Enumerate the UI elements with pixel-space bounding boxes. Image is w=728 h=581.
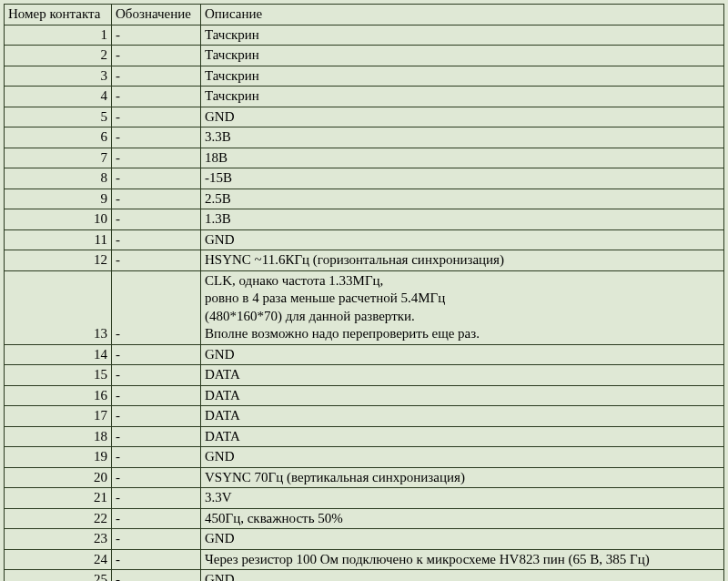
cell-description: 450Гц, скважность 50% bbox=[201, 508, 724, 529]
table-row: 24-Через резистор 100 Ом подключено к ми… bbox=[5, 549, 724, 570]
cell-contact-number: 1 bbox=[5, 25, 112, 46]
cell-description: Через резистор 100 Ом подключено к микро… bbox=[201, 549, 724, 570]
cell-description: GND bbox=[201, 529, 724, 550]
pinout-table: Номер контакта Обозначение Описание 1-Та… bbox=[4, 4, 724, 581]
table-row: 15-DATA bbox=[5, 365, 724, 386]
cell-designation: - bbox=[112, 270, 201, 344]
table-row: 6-3.3В bbox=[5, 127, 724, 148]
cell-description: 2.5В bbox=[201, 189, 724, 209]
cell-description: Тачскрин bbox=[201, 87, 724, 107]
table-row: 21-3.3V bbox=[5, 488, 724, 509]
cell-contact-number: 6 bbox=[5, 127, 112, 148]
cell-designation: - bbox=[112, 229, 201, 250]
cell-contact-number: 17 bbox=[5, 406, 112, 427]
cell-description: 3.3V bbox=[201, 488, 724, 509]
table-row: 18-DATA bbox=[5, 426, 724, 447]
cell-contact-number: 10 bbox=[5, 209, 112, 230]
cell-designation: - bbox=[112, 25, 201, 46]
cell-designation: - bbox=[112, 549, 201, 570]
cell-designation: - bbox=[112, 467, 201, 488]
table-row: 16-DATA bbox=[5, 385, 724, 406]
cell-description: DATA bbox=[201, 426, 724, 447]
cell-contact-number: 24 bbox=[5, 549, 112, 570]
table-row: 13-CLK, однако частота 1.33МГц, ровно в … bbox=[5, 270, 724, 344]
cell-designation: - bbox=[112, 426, 201, 447]
cell-contact-number: 21 bbox=[5, 488, 112, 509]
table-body: 1-Тачскрин2-Тачскрин3-Тачскрин4-Тачскрин… bbox=[5, 25, 724, 581]
cell-description: DATA bbox=[201, 406, 724, 427]
cell-contact-number: 25 bbox=[5, 570, 112, 582]
cell-description: GND bbox=[201, 229, 724, 250]
table-row: 23-GND bbox=[5, 529, 724, 550]
table-row: 3-Тачскрин bbox=[5, 66, 724, 87]
cell-description: GND bbox=[201, 344, 724, 365]
cell-designation: - bbox=[112, 168, 201, 189]
header-contact-number: Номер контакта bbox=[5, 5, 112, 25]
cell-description: 3.3В bbox=[201, 127, 724, 148]
table-row: 22-450Гц, скважность 50% bbox=[5, 508, 724, 529]
cell-contact-number: 11 bbox=[5, 229, 112, 250]
table-header-row: Номер контакта Обозначение Описание bbox=[5, 5, 724, 25]
table-row: 25-GND bbox=[5, 570, 724, 582]
cell-designation: - bbox=[112, 447, 201, 468]
cell-designation: - bbox=[112, 189, 201, 209]
cell-contact-number: 23 bbox=[5, 529, 112, 550]
cell-description: VSYNC 70Гц (вертикальная синхронизация) bbox=[201, 467, 724, 488]
table-row: 20-VSYNC 70Гц (вертикальная синхронизаци… bbox=[5, 467, 724, 488]
cell-description: GND bbox=[201, 107, 724, 127]
cell-contact-number: 16 bbox=[5, 385, 112, 406]
cell-contact-number: 8 bbox=[5, 168, 112, 189]
cell-contact-number: 2 bbox=[5, 46, 112, 66]
cell-contact-number: 7 bbox=[5, 148, 112, 168]
cell-contact-number: 13 bbox=[5, 270, 112, 344]
table-row: 17-DATA bbox=[5, 406, 724, 427]
cell-contact-number: 18 bbox=[5, 426, 112, 447]
cell-description: GND bbox=[201, 447, 724, 468]
cell-designation: - bbox=[112, 344, 201, 365]
cell-contact-number: 15 bbox=[5, 365, 112, 386]
cell-description: Тачскрин bbox=[201, 46, 724, 66]
cell-designation: - bbox=[112, 148, 201, 168]
table-row: 1-Тачскрин bbox=[5, 25, 724, 46]
table-row: 10-1.3В bbox=[5, 209, 724, 230]
cell-contact-number: 9 bbox=[5, 189, 112, 209]
table-row: 19-GND bbox=[5, 447, 724, 468]
cell-contact-number: 22 bbox=[5, 508, 112, 529]
cell-designation: - bbox=[112, 107, 201, 127]
cell-description: CLK, однако частота 1.33МГц, ровно в 4 р… bbox=[201, 270, 724, 344]
cell-contact-number: 5 bbox=[5, 107, 112, 127]
cell-description: Тачскрин bbox=[201, 25, 724, 46]
table-row: 12-HSYNC ~11.6КГц (горизонтальная синхро… bbox=[5, 250, 724, 271]
cell-designation: - bbox=[112, 209, 201, 230]
table-row: 8--15В bbox=[5, 168, 724, 189]
table-row: 7-18В bbox=[5, 148, 724, 168]
cell-designation: - bbox=[112, 406, 201, 427]
cell-designation: - bbox=[112, 488, 201, 509]
header-designation: Обозначение bbox=[112, 5, 201, 25]
cell-contact-number: 12 bbox=[5, 250, 112, 271]
cell-description: DATA bbox=[201, 385, 724, 406]
cell-designation: - bbox=[112, 127, 201, 148]
table-row: 14-GND bbox=[5, 344, 724, 365]
cell-designation: - bbox=[112, 87, 201, 107]
cell-designation: - bbox=[112, 46, 201, 66]
table-row: 9-2.5В bbox=[5, 189, 724, 209]
cell-description: Тачскрин bbox=[201, 66, 724, 87]
cell-contact-number: 14 bbox=[5, 344, 112, 365]
cell-description: DATA bbox=[201, 365, 724, 386]
cell-designation: - bbox=[112, 508, 201, 529]
table-row: 5-GND bbox=[5, 107, 724, 127]
cell-designation: - bbox=[112, 365, 201, 386]
cell-description: 18В bbox=[201, 148, 724, 168]
table-row: 2-Тачскрин bbox=[5, 46, 724, 66]
cell-description: HSYNC ~11.6КГц (горизонтальная синхрониз… bbox=[201, 250, 724, 271]
table-row: 11-GND bbox=[5, 229, 724, 250]
cell-description: 1.3В bbox=[201, 209, 724, 230]
cell-description: GND bbox=[201, 570, 724, 582]
cell-designation: - bbox=[112, 66, 201, 87]
cell-contact-number: 19 bbox=[5, 447, 112, 468]
cell-designation: - bbox=[112, 250, 201, 271]
cell-designation: - bbox=[112, 529, 201, 550]
cell-contact-number: 4 bbox=[5, 87, 112, 107]
table-row: 4-Тачскрин bbox=[5, 87, 724, 107]
